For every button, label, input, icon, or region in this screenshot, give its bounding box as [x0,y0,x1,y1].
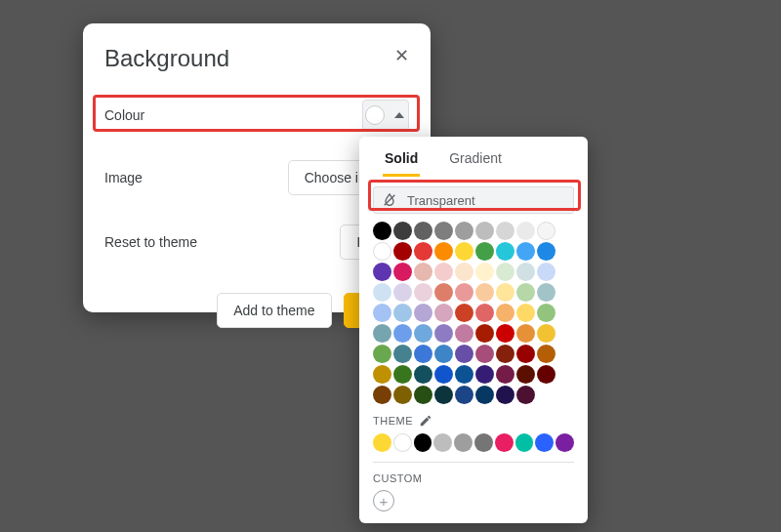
swatch-r1-c3[interactable] [455,242,473,261]
swatch-r4-c3[interactable] [516,304,535,322]
swatch-r7-c1[interactable] [537,365,555,384]
swatch-r2-c0[interactable] [414,263,432,281]
swatch-r3-c3[interactable] [496,283,514,302]
theme-swatch-8[interactable] [535,433,554,452]
swatch-r2-c5[interactable] [516,263,535,281]
swatch-r4-c5[interactable] [373,324,391,343]
swatch-r7-c0[interactable] [516,365,535,384]
theme-swatch-0[interactable] [373,433,391,452]
swatch-r4-c9[interactable] [455,324,473,343]
transparent-option[interactable]: Transparent [373,186,574,214]
swatch-r5-c8[interactable] [455,345,473,363]
swatch-r7-c5[interactable] [434,386,453,404]
swatch-r0-c8[interactable] [537,222,555,240]
swatch-r5-c6[interactable] [414,345,432,363]
swatch-r2-c2[interactable] [455,263,473,281]
swatch-r0-c0[interactable] [373,222,391,240]
swatch-r2-c1[interactable] [434,263,453,281]
swatch-r2-c8[interactable] [393,283,412,302]
swatch-r2-c3[interactable] [475,263,494,281]
swatch-r5-c7[interactable] [434,345,453,363]
swatch-r4-c2[interactable] [496,304,514,322]
theme-swatch-3[interactable] [433,433,452,452]
swatch-r1-c2[interactable] [434,242,453,261]
swatch-r5-c5[interactable] [393,345,412,363]
swatch-r6-c6[interactable] [434,365,453,384]
swatch-r5-c3[interactable] [537,324,555,343]
swatch-r0-c4[interactable] [455,222,473,240]
swatch-r4-c1[interactable] [475,304,494,322]
swatch-r7-c8[interactable] [496,386,514,404]
swatch-r6-c0[interactable] [496,345,514,363]
swatch-r6-c8[interactable] [475,365,494,384]
theme-swatch-1[interactable] [393,433,412,452]
swatch-r3-c7[interactable] [393,304,412,322]
theme-swatch-6[interactable] [495,433,514,452]
swatch-r4-c4[interactable] [537,304,555,322]
swatch-r2-c7[interactable] [373,283,391,302]
swatch-r1-c9[interactable] [393,263,412,281]
swatch-r2-c9[interactable] [414,283,432,302]
swatch-r7-c4[interactable] [414,386,432,404]
swatch-r3-c4[interactable] [516,283,535,302]
theme-swatch-5[interactable] [474,433,493,452]
swatch-r1-c1[interactable] [414,242,432,261]
swatch-r0-c5[interactable] [475,222,494,240]
swatch-r5-c4[interactable] [373,345,391,363]
swatch-r3-c0[interactable] [434,283,453,302]
swatch-r0-c9[interactable] [373,242,391,261]
swatch-r0-c1[interactable] [393,222,412,240]
swatch-r1-c0[interactable] [393,242,412,261]
theme-swatch-2[interactable] [414,433,432,452]
swatch-r7-c3[interactable] [393,386,412,404]
swatch-r6-c2[interactable] [537,345,555,363]
swatch-r7-c7[interactable] [475,386,494,404]
swatch-r6-c5[interactable] [414,365,432,384]
swatch-r0-c3[interactable] [434,222,453,240]
picker-tabs: Solid Gradient [369,146,578,181]
swatch-r6-c9[interactable] [496,365,514,384]
tab-solid[interactable]: Solid [383,146,420,177]
swatch-r4-c8[interactable] [434,324,453,343]
swatch-r2-c4[interactable] [496,263,514,281]
swatch-r3-c5[interactable] [537,283,555,302]
swatch-r6-c4[interactable] [393,365,412,384]
swatch-r4-c6[interactable] [393,324,412,343]
colour-dropdown-button[interactable] [362,100,409,131]
swatch-r6-c1[interactable] [516,345,535,363]
swatch-r7-c6[interactable] [455,386,473,404]
custom-label: CUSTOM [373,472,422,484]
swatch-r0-c7[interactable] [516,222,535,240]
add-custom-color-button[interactable]: + [373,490,394,512]
swatch-r5-c9[interactable] [475,345,494,363]
swatch-r3-c1[interactable] [455,283,473,302]
swatch-r1-c4[interactable] [475,242,494,261]
add-to-theme-button[interactable]: Add to theme [217,293,331,328]
swatch-r3-c6[interactable] [373,304,391,322]
swatch-r1-c5[interactable] [496,242,514,261]
swatch-r0-c2[interactable] [414,222,432,240]
swatch-r5-c0[interactable] [475,324,494,343]
swatch-r1-c6[interactable] [516,242,535,261]
swatch-r7-c9[interactable] [516,386,535,404]
swatch-r1-c8[interactable] [373,263,391,281]
theme-swatch-4[interactable] [454,433,473,452]
swatch-r7-c2[interactable] [373,386,391,404]
swatch-r6-c7[interactable] [455,365,473,384]
close-icon[interactable]: ✕ [394,45,409,66]
swatch-r5-c1[interactable] [496,324,514,343]
swatch-r5-c2[interactable] [516,324,535,343]
swatch-r3-c8[interactable] [414,304,432,322]
swatch-r0-c6[interactable] [496,222,514,240]
swatch-r4-c7[interactable] [414,324,432,343]
tab-gradient[interactable]: Gradient [447,146,504,177]
theme-swatch-9[interactable] [555,433,574,452]
swatch-r6-c3[interactable] [373,365,391,384]
swatch-r4-c0[interactable] [455,304,473,322]
swatch-r2-c6[interactable] [537,263,555,281]
theme-swatch-7[interactable] [515,433,534,452]
swatch-r3-c9[interactable] [434,304,453,322]
swatch-r1-c7[interactable] [537,242,555,261]
swatch-r3-c2[interactable] [475,283,494,302]
pencil-icon[interactable] [419,414,432,428]
